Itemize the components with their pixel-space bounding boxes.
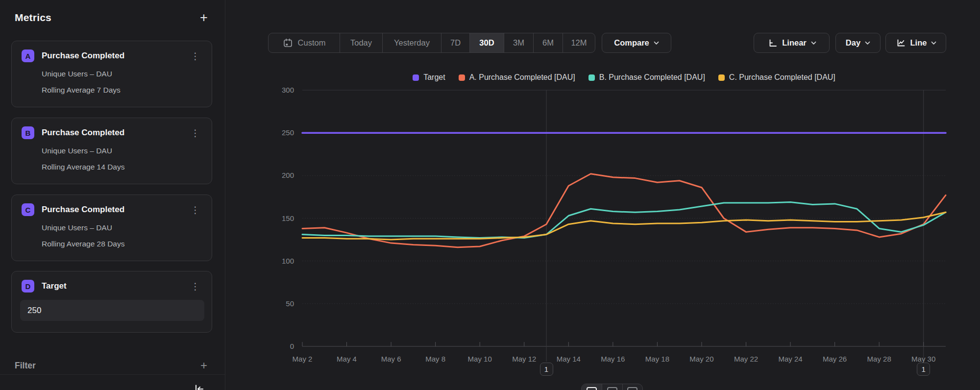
range-today[interactable]: Today xyxy=(340,33,382,52)
chevron-down-icon xyxy=(931,41,936,45)
granularity-selector-button[interactable]: Day xyxy=(835,33,881,53)
metric-card-a[interactable]: A Purchase Completed ⋮ Unique Users – DA… xyxy=(11,41,212,107)
line-chart: 050100150200250300May 2May 4May 6May 8Ma… xyxy=(274,83,980,390)
metric-badge-a: A xyxy=(22,49,34,62)
legend-label: B. Purchase Completed [DAU] xyxy=(599,73,705,82)
x-axis-label: May 26 xyxy=(823,355,847,363)
scale-label: Linear xyxy=(782,38,807,48)
metric-subtitle: Unique Users – DAU xyxy=(42,146,202,155)
metric-title: Purchase Completed xyxy=(42,205,181,215)
metric-detail: Rolling Average 14 Days xyxy=(42,163,202,171)
view-table-button[interactable] xyxy=(602,384,622,390)
metrics-sidebar: Metrics + A Purchase Completed ⋮ Unique … xyxy=(0,0,225,390)
metric-badge-b: B xyxy=(22,126,34,139)
y-axis-label: 150 xyxy=(282,214,294,222)
legend-swatch xyxy=(413,74,419,81)
range-label: 6M xyxy=(542,38,554,48)
sidebar-title: Metrics xyxy=(15,12,51,24)
range-label: Custom xyxy=(298,38,326,48)
metric-title: Purchase Completed xyxy=(42,51,181,61)
x-axis-label: May 22 xyxy=(734,355,758,363)
scale-selector-button[interactable]: Linear xyxy=(754,33,830,53)
time-range-selector: Custom Today Yesterday 7D 30D 3M 6M 12M xyxy=(268,33,595,53)
kebab-menu-icon[interactable]: ⋮ xyxy=(189,50,202,62)
kebab-menu-icon[interactable]: ⋮ xyxy=(189,127,202,139)
x-axis-label: May 30 xyxy=(911,355,935,363)
add-metric-button[interactable]: + xyxy=(196,10,211,25)
legend-swatch xyxy=(459,74,465,81)
legend-item-target[interactable]: Target xyxy=(413,73,445,82)
legend-swatch xyxy=(588,74,595,81)
compare-button[interactable]: Compare xyxy=(602,33,671,53)
series-line-b xyxy=(302,202,946,238)
compare-label: Compare xyxy=(614,38,649,48)
y-axis-label: 0 xyxy=(290,342,294,350)
kebab-menu-icon[interactable]: ⋮ xyxy=(189,281,202,292)
metric-detail: Rolling Average 28 Days xyxy=(42,240,202,248)
range-label: 3M xyxy=(513,38,524,48)
view-card-button[interactable] xyxy=(622,384,642,390)
calendar-icon xyxy=(283,38,293,48)
x-axis-label: May 18 xyxy=(645,355,669,363)
y-axis-label: 250 xyxy=(282,128,294,137)
sidebar-header: Metrics + xyxy=(15,10,211,25)
range-12m[interactable]: 12M xyxy=(563,33,595,52)
legend-item-a[interactable]: A. Purchase Completed [DAU] xyxy=(459,73,575,82)
collapse-sidebar-button[interactable] xyxy=(193,383,205,390)
card-view-icon xyxy=(627,387,637,390)
metric-card-target[interactable]: D Target ⋮ xyxy=(11,271,212,333)
x-axis-label: May 4 xyxy=(337,355,357,363)
range-yesterday[interactable]: Yesterday xyxy=(382,33,441,52)
metric-detail: Rolling Average 7 Days xyxy=(42,86,202,95)
annotation-badge[interactable]: 1 xyxy=(540,363,553,376)
metric-badge-d: D xyxy=(22,280,34,292)
chart-type-label: Line xyxy=(910,38,927,48)
legend-label: Target xyxy=(423,73,445,82)
metric-title: Target xyxy=(42,281,181,291)
range-6m[interactable]: 6M xyxy=(533,33,563,52)
filter-section: Filter + xyxy=(15,358,211,373)
kebab-menu-icon[interactable]: ⋮ xyxy=(189,204,202,216)
legend-label: C. Purchase Completed [DAU] xyxy=(729,73,835,82)
legend-item-b[interactable]: B. Purchase Completed [DAU] xyxy=(588,73,705,82)
chevron-down-icon xyxy=(654,41,659,45)
chevron-down-icon xyxy=(865,41,870,45)
x-axis-label: May 28 xyxy=(867,355,891,363)
view-chart-button[interactable] xyxy=(582,384,602,390)
x-axis-label: May 8 xyxy=(425,355,445,363)
metric-subtitle: Unique Users – DAU xyxy=(42,223,202,232)
x-axis-label: May 12 xyxy=(512,355,536,363)
chart-view-icon xyxy=(587,387,597,390)
range-3m[interactable]: 3M xyxy=(504,33,533,52)
metric-card-b[interactable]: B Purchase Completed ⋮ Unique Users – DA… xyxy=(11,118,212,184)
annotation-badge[interactable]: 1 xyxy=(917,363,930,376)
y-axis-label: 300 xyxy=(282,86,294,94)
table-view-icon xyxy=(607,387,617,390)
metric-card-c[interactable]: C Purchase Completed ⋮ Unique Users – DA… xyxy=(11,195,212,261)
y-axis-label: 200 xyxy=(282,171,294,179)
chart-type-selector-button[interactable]: Line xyxy=(885,33,946,53)
chevron-down-icon xyxy=(811,41,816,45)
legend-swatch xyxy=(718,74,725,81)
metric-title: Purchase Completed xyxy=(42,128,181,138)
range-7d[interactable]: 7D xyxy=(441,33,469,52)
range-label: Yesterday xyxy=(394,38,430,48)
metric-subtitle: Unique Users – DAU xyxy=(42,70,202,78)
x-axis-label: May 6 xyxy=(381,355,401,363)
sidebar-divider xyxy=(0,374,225,375)
axis-scale-icon xyxy=(767,38,778,49)
range-custom[interactable]: Custom xyxy=(269,33,340,52)
add-filter-button[interactable]: + xyxy=(196,358,211,373)
target-value-input[interactable] xyxy=(20,300,204,321)
x-axis-label: May 2 xyxy=(293,355,313,363)
range-30d[interactable]: 30D xyxy=(469,33,504,52)
x-axis-label: May 16 xyxy=(601,355,625,363)
legend-item-c[interactable]: C. Purchase Completed [DAU] xyxy=(718,73,835,82)
range-label: 30D xyxy=(479,38,494,48)
view-toggle xyxy=(581,384,643,390)
y-axis-label: 100 xyxy=(282,257,294,265)
range-label: Today xyxy=(350,38,372,48)
granularity-label: Day xyxy=(846,38,860,48)
range-label: 7D xyxy=(450,38,461,48)
filter-label: Filter xyxy=(15,361,36,371)
